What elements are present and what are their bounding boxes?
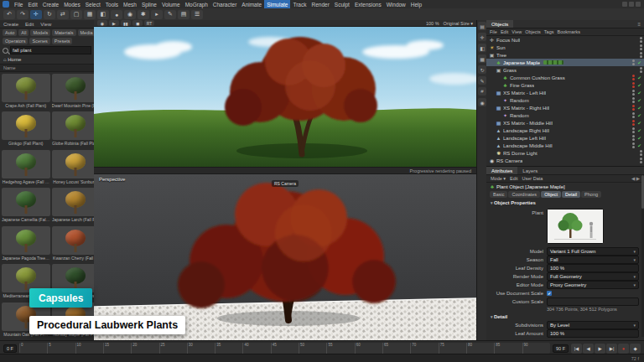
visibility-dots[interactable] bbox=[632, 82, 635, 88]
visibility-dots[interactable] bbox=[640, 44, 642, 50]
toolbar-icon[interactable]: ↶ bbox=[3, 10, 15, 19]
menu-item[interactable]: Volume bbox=[159, 0, 183, 8]
object-tree-item[interactable]: ✦ Random ✔ bbox=[486, 96, 644, 104]
asset-browser-tab[interactable]: View bbox=[37, 22, 55, 27]
layout-icon[interactable] bbox=[622, 2, 627, 7]
toolbar-icon[interactable]: ▢ bbox=[70, 10, 82, 19]
toolbar-icon[interactable]: ▸ bbox=[151, 10, 163, 19]
object-tree-item[interactable]: ▦ XS Matrix - Left Hill ✔ bbox=[486, 89, 644, 96]
visibility-dots[interactable] bbox=[632, 75, 635, 80]
rail-tool-icon[interactable]: ◧ bbox=[478, 44, 486, 52]
toolbar-icon[interactable]: ↷ bbox=[17, 10, 29, 19]
menu-item[interactable]: Animate bbox=[239, 0, 264, 8]
objects-menu-item[interactable]: Tags bbox=[544, 29, 554, 34]
tab-layers[interactable]: Layers bbox=[517, 167, 543, 174]
attribute-tab[interactable]: Detail bbox=[562, 191, 580, 198]
tab-objects[interactable]: Objects bbox=[486, 20, 513, 28]
rail-tool-icon[interactable]: ✎ bbox=[478, 76, 486, 85]
layout-icon[interactable] bbox=[629, 2, 634, 7]
asset-item[interactable]: Dwarf Mountain Pine (F… bbox=[52, 74, 94, 110]
visibility-dots[interactable] bbox=[640, 52, 642, 58]
object-tree-item[interactable]: ✛ Focus Null bbox=[486, 36, 644, 44]
asset-item[interactable]: Japanese Pagoda Tree… bbox=[2, 226, 50, 262]
objects-menu-item[interactable]: View bbox=[512, 29, 522, 34]
asset-filter-button[interactable]: Scenes bbox=[29, 38, 49, 44]
doc-scale-checkbox[interactable]: ✔ bbox=[547, 291, 552, 296]
visibility-dots[interactable] bbox=[632, 90, 635, 96]
section-object-properties[interactable]: Object Properties bbox=[486, 199, 644, 207]
asset-filter-button[interactable]: Presets bbox=[52, 38, 73, 44]
transport-button[interactable]: |◀ bbox=[571, 344, 582, 354]
visibility-dots[interactable] bbox=[632, 127, 635, 133]
asset-item[interactable]: Ginkgo (Fall Plant) bbox=[2, 111, 50, 147]
objects-menu-item[interactable]: Bookmarks bbox=[557, 29, 580, 34]
menu-item[interactable]: File bbox=[12, 0, 25, 8]
attribute-value-field[interactable]: Full Geometry bbox=[547, 272, 639, 281]
asset-browser-tab[interactable]: Create bbox=[0, 22, 22, 27]
menu-item[interactable]: Track bbox=[290, 0, 309, 8]
visibility-dots[interactable] bbox=[632, 97, 635, 103]
transport-button[interactable]: ▶| bbox=[606, 344, 617, 354]
toolbar-icon[interactable]: ▦ bbox=[84, 10, 96, 19]
history-arrows[interactable]: ◀ ▶ bbox=[631, 176, 640, 181]
asset-item[interactable]: Hedgehog Agave (Fall … bbox=[2, 150, 50, 186]
menu-item[interactable]: Render bbox=[309, 0, 331, 8]
attribute-value-field[interactable]: Proxy Geometry bbox=[547, 281, 639, 289]
toolbar-icon[interactable]: ▤ bbox=[178, 10, 190, 19]
asset-filter-button[interactable]: Models bbox=[30, 29, 50, 36]
asset-filter-button[interactable]: Operators bbox=[3, 38, 28, 44]
asset-filter-button[interactable]: All bbox=[18, 29, 29, 36]
enabled-checkmark[interactable]: ✔ bbox=[636, 136, 642, 141]
asset-breadcrumb[interactable]: ⌂ Home bbox=[0, 55, 94, 64]
transport-button[interactable]: ◆ bbox=[630, 344, 641, 354]
menu-item[interactable]: Select bbox=[83, 0, 103, 8]
rail-tool-icon[interactable]: # bbox=[478, 87, 486, 96]
tab-attributes[interactable]: Attributes bbox=[486, 167, 517, 174]
timeline-start-field[interactable]: 0 F bbox=[3, 344, 17, 353]
object-tree-item[interactable]: ▣ Tree bbox=[486, 51, 644, 59]
visibility-dots[interactable] bbox=[632, 135, 635, 141]
menu-item[interactable]: Modes bbox=[61, 0, 83, 8]
object-tree-item[interactable]: ▲ Landscape Right Hill ✔ bbox=[486, 127, 644, 134]
menu-item[interactable]: Mesh bbox=[121, 0, 139, 8]
transport-button[interactable]: ▶ bbox=[595, 344, 605, 354]
enabled-checkmark[interactable]: ✔ bbox=[636, 90, 642, 96]
asset-item[interactable]: Kwanzan Cherry (Fall … bbox=[52, 226, 94, 262]
enabled-checkmark[interactable]: ✔ bbox=[636, 143, 642, 148]
attribute-value-field[interactable]: 100 % bbox=[547, 264, 639, 272]
render-view-icon[interactable]: ▮▮ bbox=[121, 20, 131, 26]
object-tree-item[interactable]: ▦ XS Matrix - Right Hill ✔ bbox=[486, 104, 644, 111]
attribute-tab[interactable]: Coordinates bbox=[508, 191, 540, 198]
viewport-label[interactable]: Perspective bbox=[99, 177, 125, 182]
toolbar-icon[interactable]: ⇄ bbox=[57, 10, 69, 19]
object-tree-item[interactable]: ✺ RS Dome Light bbox=[486, 149, 644, 157]
enabled-checkmark[interactable]: ✔ bbox=[636, 128, 642, 133]
enabled-checkmark[interactable]: ✔ bbox=[636, 60, 642, 65]
menu-item[interactable]: Help bbox=[408, 0, 424, 8]
timeline-ruler[interactable]: 051015202530354045505560657075808590 bbox=[19, 343, 550, 354]
camera-tag-label[interactable]: RS Camera bbox=[272, 180, 299, 187]
render-view-icon[interactable]: RT bbox=[144, 20, 154, 26]
visibility-dots[interactable] bbox=[632, 105, 635, 111]
visibility-dots[interactable] bbox=[632, 120, 635, 126]
rail-tool-icon[interactable]: ◉ bbox=[478, 98, 486, 106]
render-view[interactable] bbox=[94, 27, 476, 167]
menu-item[interactable]: Create bbox=[40, 0, 62, 8]
menu-item[interactable]: Spline bbox=[139, 0, 159, 8]
enabled-checkmark[interactable]: ✔ bbox=[636, 113, 642, 118]
visibility-dots[interactable] bbox=[632, 112, 635, 118]
object-tree-item[interactable]: ▲ Landscape Left Hill ✔ bbox=[486, 134, 644, 142]
enabled-checkmark[interactable]: ✔ bbox=[636, 83, 642, 88]
enabled-checkmark[interactable]: ✔ bbox=[636, 75, 642, 80]
render-view-icon[interactable]: ▶ bbox=[109, 20, 119, 26]
asset-filter-button[interactable]: Auto bbox=[3, 29, 17, 36]
attribute-tab[interactable]: Phong bbox=[581, 191, 601, 198]
panel-menu-icon[interactable]: ≡ bbox=[637, 22, 644, 27]
asset-filter-button[interactable]: Materials bbox=[52, 29, 75, 36]
objects-menu-item[interactable]: Edit bbox=[501, 29, 508, 34]
menu-item[interactable]: Character bbox=[210, 0, 240, 8]
object-tree-item[interactable]: ♣ Common Cushion Grass ✔ bbox=[486, 74, 644, 81]
attribute-tab[interactable]: Object bbox=[541, 191, 561, 198]
attribute-value-field[interactable]: By Level bbox=[547, 321, 639, 329]
toolbar-icon[interactable]: ✱ bbox=[138, 10, 149, 19]
